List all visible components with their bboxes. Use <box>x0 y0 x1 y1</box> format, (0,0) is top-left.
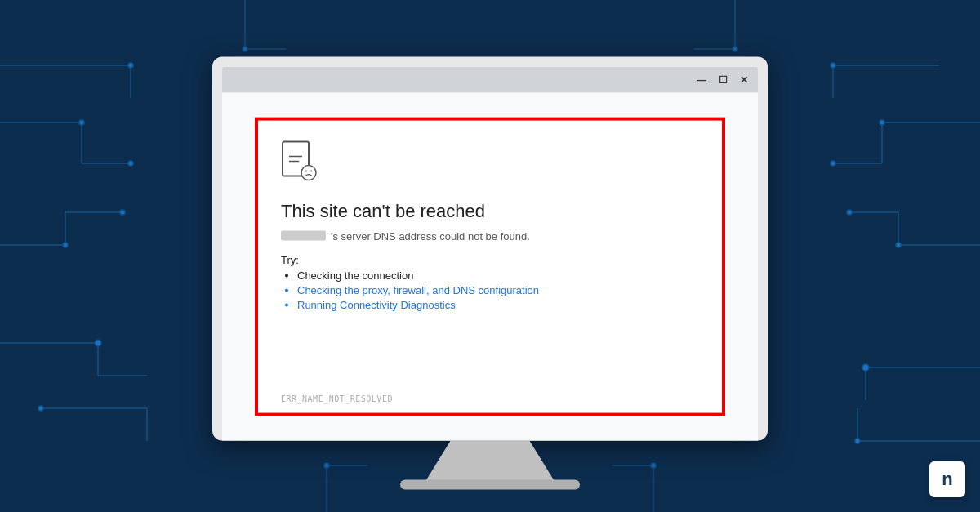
svg-point-41 <box>243 47 247 51</box>
error-icon <box>281 140 699 200</box>
svg-point-38 <box>855 439 860 443</box>
svg-point-56 <box>310 170 312 171</box>
browser-content: This site can't be reached 's server DNS… <box>222 92 758 440</box>
svg-point-8 <box>63 243 68 247</box>
svg-point-28 <box>896 243 901 247</box>
error-subtitle-text: 's server DNS address could not be found… <box>331 229 530 242</box>
svg-point-19 <box>128 63 133 68</box>
svg-point-32 <box>862 364 869 371</box>
svg-point-47 <box>324 463 329 468</box>
error-title: This site can't be reached <box>281 200 699 221</box>
svg-point-35 <box>831 63 835 68</box>
svg-point-54 <box>301 165 316 180</box>
svg-point-29 <box>847 210 852 215</box>
svg-point-3 <box>79 120 84 125</box>
svg-point-4 <box>128 161 133 166</box>
suggestion-2[interactable]: Checking the proxy, firewall, and DNS co… <box>297 283 699 296</box>
try-list: Checking the connection Checking the pro… <box>281 269 699 310</box>
svg-point-23 <box>880 120 884 125</box>
redacted-url <box>281 231 326 241</box>
svg-point-44 <box>733 47 737 51</box>
svg-point-50 <box>651 463 656 468</box>
error-page-box: This site can't be reached 's server DNS… <box>255 117 725 416</box>
browser-window: — ☐ ✕ <box>222 66 758 440</box>
try-label: Try: <box>281 253 699 265</box>
logo-badge: n <box>929 461 965 497</box>
suggestion-3[interactable]: Running Connectivity Diagnostics <box>297 298 699 310</box>
error-subtitle: 's server DNS address could not be found… <box>281 229 699 242</box>
monitor-base <box>400 479 580 489</box>
svg-point-16 <box>38 406 43 411</box>
maximize-button[interactable]: ☐ <box>717 73 728 85</box>
monitor: — ☐ ✕ <box>212 56 768 440</box>
logo-letter: n <box>942 469 952 490</box>
svg-point-9 <box>120 210 125 215</box>
svg-point-55 <box>305 170 307 171</box>
close-button[interactable]: ✕ <box>738 73 750 85</box>
svg-point-24 <box>831 161 835 166</box>
svg-point-13 <box>95 340 101 346</box>
minimize-button[interactable]: — <box>696 73 707 85</box>
error-code: ERR_NAME_NOT_RESOLVED <box>281 394 393 403</box>
suggestion-1: Checking the connection <box>297 269 699 281</box>
browser-titlebar: — ☐ ✕ <box>222 66 758 92</box>
